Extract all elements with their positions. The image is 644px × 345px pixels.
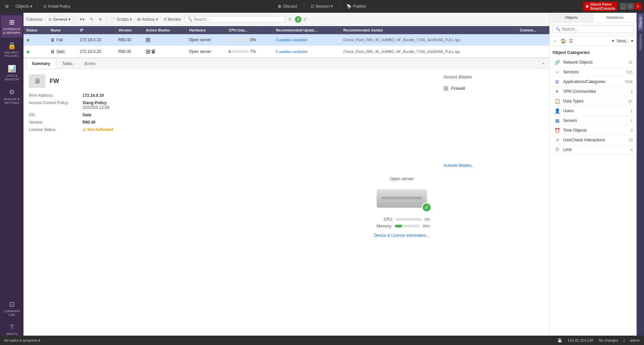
sidebar-label-manage: MANAGE & SETTINGS: [2, 97, 21, 105]
sidebar-item-security[interactable]: 🔒 SECURITY POLICIES: [1, 39, 22, 61]
device-license-link[interactable]: Device & License Information...: [374, 233, 430, 238]
status-changes: No changes: [598, 338, 618, 343]
collapse-button[interactable]: ⌃: [540, 61, 547, 69]
cell-jumbo: Check_Point_R80_40_JUMBO_HF_Bundle_T156_…: [340, 34, 517, 46]
device-type-icon: 🖥: [50, 49, 55, 54]
right-tab-validations[interactable]: Validations: [593, 13, 637, 22]
delete-button[interactable]: ✕: [97, 16, 104, 23]
category-item[interactable]: ▦ Servers 1: [550, 116, 637, 126]
category-item[interactable]: 👤 Users 1: [550, 106, 637, 116]
tab-tasks[interactable]: Tasks: [57, 58, 78, 69]
tasks-status[interactable]: No tasks in progress ▾: [4, 338, 41, 343]
new-button[interactable]: ✦ New... ▾: [610, 38, 634, 44]
category-item[interactable]: ↔ Services 515: [550, 67, 637, 77]
manage-icon: ⚙: [9, 88, 15, 96]
nav-home-button[interactable]: 🏠: [560, 38, 567, 44]
category-item[interactable]: ⏰ Time Objects 3: [550, 126, 637, 135]
status-icon: ●: [26, 48, 30, 55]
toolbar-sep-2: [106, 16, 106, 23]
objects-menu-button[interactable]: Objects ▾: [13, 3, 35, 10]
activate-container: Activate Blades...: [443, 93, 544, 168]
menu-button[interactable]: ⊞: [3, 3, 11, 10]
table-row[interactable]: ● 🖥SMC 172.16.0.20 R80.40 ⊞♛ Open server…: [23, 46, 549, 58]
category-item[interactable]: 🔗 Network Objects 21: [550, 58, 637, 67]
session-icon: ⊡: [311, 4, 314, 9]
policy-name: Xiang-Policy: [83, 100, 107, 105]
columns-select[interactable]: ⊙ General ▾: [46, 16, 73, 23]
maximize-button[interactable]: □: [627, 3, 634, 10]
cell-name: 🖥SMC: [48, 46, 77, 58]
cell-blades: ⊞♛: [143, 46, 186, 58]
device-icon: 🖥: [29, 74, 46, 88]
scripts-button[interactable]: 📄 Scripts ▾: [108, 16, 134, 23]
session-button[interactable]: ⊡ Session ▾: [308, 3, 335, 10]
minimize-button[interactable]: _: [620, 3, 627, 10]
right-search-input[interactable]: [562, 27, 631, 31]
category-item[interactable]: ↗ UserCheck Interactions 13: [550, 135, 637, 145]
cp-logo-icon: 🖥: [585, 4, 589, 8]
nav-back-button[interactable]: ←: [552, 38, 558, 44]
logs-icon: 📊: [8, 65, 16, 73]
right-search-box[interactable]: 🔍: [552, 25, 634, 33]
updates-link[interactable]: 5 updates available: [276, 50, 308, 54]
sidebar-item-command[interactable]: ⊡ COMMAND LINE: [1, 297, 22, 320]
separator-3: [339, 3, 340, 10]
add-button[interactable]: ✦▾: [77, 16, 87, 23]
gateways-icon: ⊞: [9, 18, 15, 26]
category-icon: ↔: [554, 69, 560, 75]
table-row[interactable]: ● 🖥FW 172.16.0.10 R80.40 ⊞ Open server 0…: [23, 34, 549, 46]
actions-button[interactable]: ⊞ Actions ▾: [135, 16, 160, 23]
cpu-metric: CPU: 0%: [374, 217, 430, 222]
firewall-blade-icon: ⊞: [443, 85, 448, 92]
edit-button[interactable]: ✎: [88, 16, 95, 23]
activate-blades-link[interactable]: Activate Blades...: [443, 163, 544, 168]
category-item[interactable]: ✦ VPN Communities 2: [550, 87, 637, 96]
cpu-bar-bg: [229, 50, 249, 53]
cell-hardware: Open server: [186, 34, 226, 46]
category-item[interactable]: 📋 Data Types 62: [550, 96, 637, 106]
category-count: 4: [631, 148, 633, 152]
updates-link[interactable]: 3 updates available: [276, 38, 308, 42]
category-count: 515: [627, 70, 633, 74]
category-icon: ⏰: [554, 128, 560, 133]
tab-errors[interactable]: Errors: [79, 58, 101, 69]
actions-label: Actions ▾: [142, 17, 158, 22]
cell-cpu: 7%: [226, 46, 273, 58]
discard-button[interactable]: 🗑 Discard: [275, 3, 300, 10]
col-ip: IP: [77, 26, 116, 34]
tab-summary[interactable]: Summary: [26, 58, 56, 69]
search-box[interactable]: 🔍: [184, 16, 285, 23]
row-version: Version: R80.40: [29, 120, 360, 125]
category-item[interactable]: ⏱ Limit 4: [550, 145, 637, 155]
category-count: 1: [631, 109, 633, 113]
category-count: 62: [629, 99, 633, 103]
close-button[interactable]: ✕: [635, 3, 641, 10]
nav-list-button[interactable]: ☰: [568, 38, 574, 44]
install-policy-button[interactable]: ⊙ Install Policy: [41, 3, 73, 10]
search-icon: 🔍: [187, 17, 193, 22]
bottom-content: 🖥 FW IPv4 Address: 172.16.0.10 Access Co…: [23, 69, 549, 345]
category-item[interactable]: ⊞ Applications/Categories 7508: [550, 77, 637, 87]
whatsnew-icon: ?: [10, 323, 13, 331]
cell-jumbo: Check_Point_R80_40_JUMBO_HF_Bundle_T156_…: [340, 46, 517, 58]
cp-logo-text: Check PointSmartConsole: [590, 2, 615, 10]
os-label: OS:: [29, 113, 83, 117]
right-tab-objects[interactable]: Objects: [550, 13, 593, 22]
cell-version: R80.40: [116, 34, 143, 46]
row-os: OS: Gaia: [29, 113, 360, 117]
sidebar-item-logs[interactable]: 📊 LOGS & MONITOR: [1, 62, 22, 84]
monitor-button[interactable]: ↺ Monitor: [161, 16, 183, 23]
sidebar-item-manage[interactable]: ⚙ MANAGE & SETTINGS: [1, 85, 22, 108]
cpu-bar-bg: [229, 39, 249, 41]
sidebar-item-gateways[interactable]: ⊞ GATEWAYS & SERVERS: [1, 15, 22, 38]
count-badge: 2: [295, 16, 302, 23]
col-hardware: Hardware: [186, 26, 226, 34]
search-input[interactable]: [194, 17, 282, 22]
status-ip: 110.42.154.128: [568, 338, 593, 343]
filter-button[interactable]: ▽: [286, 16, 293, 23]
vtab-objects[interactable]: Objects: [638, 14, 643, 31]
top-bar-left: ⊞ Objects ▾ ⊙ Install Policy: [3, 3, 73, 10]
category-name: VPN Communities: [563, 89, 628, 94]
publish-button[interactable]: 📡 Publish: [344, 3, 369, 10]
vtab-validations[interactable]: Validations: [638, 31, 643, 53]
